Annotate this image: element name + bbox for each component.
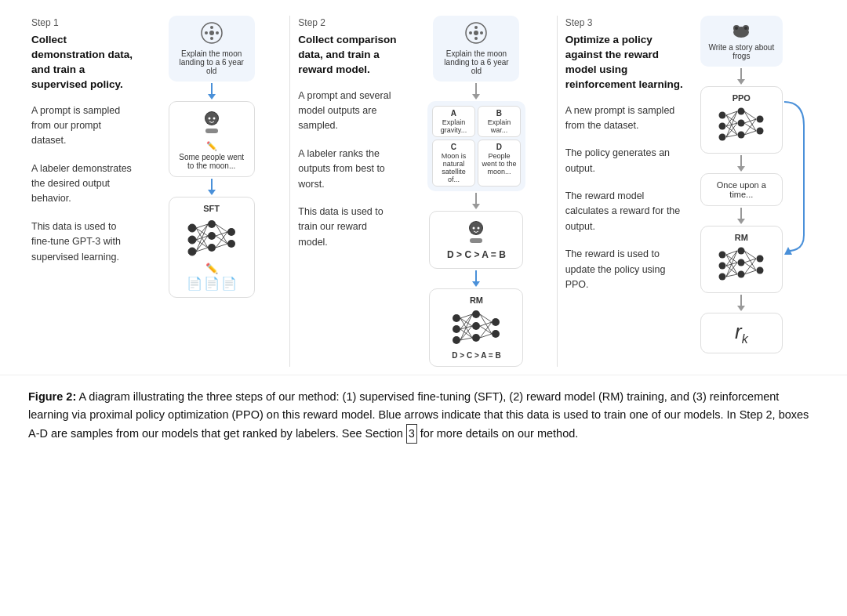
step2-desc2: A labeler ranks the outputs from best to… — [298, 147, 398, 192]
svg-point-14 — [208, 220, 216, 228]
svg-point-35 — [474, 31, 478, 35]
svg-point-36 — [469, 31, 472, 34]
step2-arrow3 — [472, 270, 480, 287]
step3-rm-card: RM — [700, 226, 783, 293]
svg-point-72 — [744, 27, 747, 30]
step1-pencil-icon: ✏️ — [177, 141, 246, 151]
svg-point-100 — [737, 248, 744, 255]
step3-arrow1 — [737, 68, 745, 85]
step2-arrow1 — [472, 83, 480, 100]
step1-labeler-card: ✏️ Some people went to the moon... — [169, 101, 255, 177]
svg-point-48 — [472, 310, 480, 318]
step2-rm-label: RM — [438, 295, 514, 305]
svg-point-51 — [492, 318, 500, 326]
ppo-feedback-arrow — [780, 94, 808, 259]
step3-col: Step 3 Optimize a policy against the rew… — [558, 16, 823, 367]
step2-compare-grid: A Explain gravity... B Explain war... C … — [427, 101, 525, 191]
svg-point-99 — [718, 274, 725, 281]
step1-text: Step 1 Collect demonstration data, and t… — [31, 16, 141, 367]
svg-point-75 — [718, 134, 725, 141]
step3-arrow4 — [737, 295, 745, 311]
step1-visual: Explain the moon landing to a 6 year old — [141, 16, 282, 367]
rm-nn-icon — [449, 308, 503, 347]
step2-labeler-card: D > C > A = B — [429, 211, 523, 269]
svg-point-49 — [472, 322, 480, 330]
svg-point-102 — [737, 271, 744, 278]
svg-line-90 — [744, 111, 756, 119]
step2-label: Step 2 — [298, 16, 398, 30]
compare-d: D People went to the moon... — [478, 140, 521, 187]
step3-desc4: The reward is used to update the policy … — [565, 247, 685, 292]
svg-point-78 — [737, 132, 744, 139]
settings-icon-2 — [465, 22, 487, 44]
svg-point-74 — [718, 123, 725, 130]
svg-rect-44 — [470, 238, 482, 243]
svg-point-46 — [453, 325, 460, 333]
step2-visual: Explain the moon landing to a 6 year old… — [404, 16, 548, 367]
step2-desc3: This data is used to train our reward mo… — [298, 205, 398, 250]
svg-point-98 — [718, 263, 725, 270]
step3-arrow2 — [737, 155, 745, 172]
step1-arrow2 — [208, 179, 216, 195]
step1-col: Step 1 Collect demonstration data, and t… — [24, 16, 290, 367]
svg-point-11 — [188, 224, 196, 232]
svg-point-2 — [205, 31, 208, 34]
svg-point-38 — [474, 26, 478, 29]
step3-desc2: The policy generates an output. — [565, 146, 685, 176]
svg-point-15 — [208, 232, 216, 240]
step1-desc2: A labeler demonstrates the desired outpu… — [31, 161, 135, 207]
step2-title: Collect comparison data, and train a rew… — [298, 33, 398, 78]
step2-col: Step 2 Collect comparison data, and trai… — [290, 16, 557, 367]
step3-ppo-label: PPO — [709, 93, 774, 103]
svg-point-80 — [756, 128, 763, 135]
svg-point-9 — [213, 118, 215, 120]
svg-point-79 — [756, 116, 763, 123]
step3-ppo-container: PPO — [700, 86, 783, 154]
step3-title: Optimize a policy against the reward mod… — [565, 33, 685, 92]
step2-rank: D > C > A = B — [438, 249, 514, 260]
step3-visual: Write a story about frogs PPO — [691, 16, 816, 367]
step1-prompt-text: Explain the moon landing to a 6 year old — [176, 49, 247, 75]
svg-point-104 — [756, 267, 763, 274]
svg-point-4 — [210, 26, 213, 29]
animal-icon — [730, 22, 752, 39]
step3-label: Step 3 — [565, 16, 685, 30]
step3-prompt-text: Write a story about frogs — [708, 43, 775, 60]
step2-arrow2 — [472, 193, 480, 209]
step3-reward-label: rk — [735, 320, 748, 343]
compare-b: B Explain war... — [478, 106, 521, 137]
step2-text: Step 2 Collect comparison data, and trai… — [298, 16, 404, 367]
step3-text: Step 3 Optimize a policy against the rew… — [565, 16, 691, 367]
svg-point-43 — [478, 227, 480, 230]
svg-point-103 — [756, 255, 763, 263]
step2-rm-card: RM — [429, 288, 523, 367]
svg-point-47 — [453, 336, 460, 344]
svg-line-28 — [216, 224, 227, 232]
step2-prompt-card: Explain the moon landing to a 6 year old — [433, 16, 519, 82]
svg-point-16 — [208, 244, 216, 252]
svg-point-76 — [737, 108, 744, 115]
step1-labeler-text: Some people went to the moon... — [177, 153, 246, 170]
step1-title: Collect demonstration data, and train a … — [31, 33, 135, 92]
svg-point-45 — [453, 314, 460, 322]
section-ref: 3 — [406, 424, 417, 443]
settings-icon — [201, 22, 223, 44]
step3-reward-card: rk — [700, 313, 783, 353]
step3-arrow3 — [737, 208, 745, 224]
step1-desc1: A prompt is sampled from our prompt data… — [31, 103, 135, 149]
svg-line-114 — [744, 251, 756, 259]
svg-point-73 — [718, 112, 725, 119]
rm2-nn-icon — [716, 245, 767, 284]
step3-prompt-card: Write a story about frogs — [700, 16, 783, 67]
svg-point-8 — [208, 118, 210, 120]
svg-point-37 — [480, 31, 483, 34]
svg-point-71 — [735, 27, 738, 30]
step3-output-text: Once upon a time... — [709, 180, 774, 199]
step1-desc3: This data is used to fine-tune GPT-3 wit… — [31, 219, 135, 265]
step3-output-card: Once upon a time... — [700, 173, 783, 206]
step3-rm-label: RM — [709, 233, 774, 242]
step2-prompt-text: Explain the moon landing to a 6 year old — [441, 49, 511, 75]
svg-point-50 — [472, 334, 480, 342]
svg-point-77 — [737, 120, 744, 127]
step3-desc3: The reward model calculates a reward for… — [565, 189, 685, 234]
